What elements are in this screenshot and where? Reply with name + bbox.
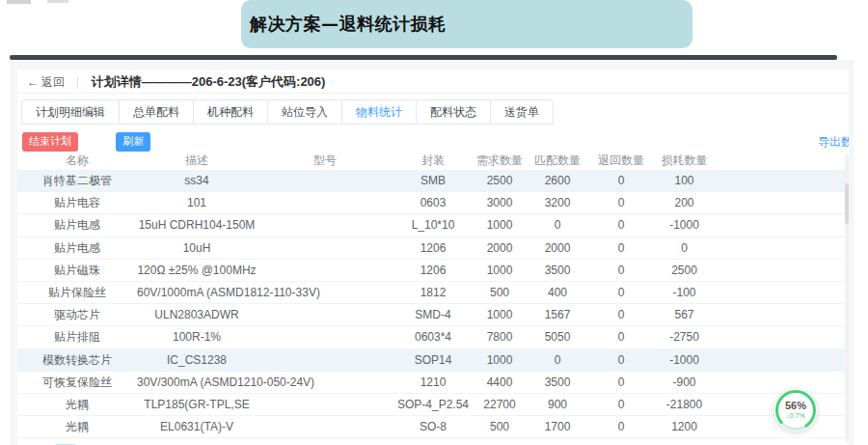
table-cell: SMD-4 xyxy=(393,304,473,325)
table-row[interactable]: 贴片磁珠120Ω ±25% @100MHz12061000350002500 xyxy=(17,260,849,282)
tab-1[interactable]: 总单配料 xyxy=(119,99,194,125)
refresh-button[interactable]: 刷新 xyxy=(116,132,150,152)
tab-6[interactable]: 送货单 xyxy=(490,99,554,125)
table-cell: 贴片电感 xyxy=(17,237,137,259)
tab-5[interactable]: 配料状态 xyxy=(416,99,491,125)
end-plan-button[interactable]: 结束计划 xyxy=(22,132,78,152)
table-cell: 100R-1% xyxy=(137,326,257,348)
table-row[interactable]: 贴片电容1010603300032000200 xyxy=(17,192,849,214)
table-cell: 500 xyxy=(473,416,527,437)
table-cell: 模数转换芯片 xyxy=(17,349,137,371)
table-cell xyxy=(257,282,393,303)
table-cell-filler xyxy=(715,349,849,371)
table-cell-filler xyxy=(715,326,849,348)
tab-4[interactable]: 物料统计 xyxy=(341,99,417,125)
table-cell: 22700 xyxy=(473,394,527,415)
table-cell: IC_CS1238 xyxy=(137,349,257,371)
page-header: ←返回 计划详情————206-6-23(客户代码:206) xyxy=(17,70,849,94)
table-row[interactable]: 贴片电感15uH CDRH104-150ML_10*10100000-1000 xyxy=(17,214,849,236)
back-button[interactable]: ←返回 xyxy=(27,75,65,89)
table-cell xyxy=(257,170,393,191)
table-cell xyxy=(257,416,393,437)
progress-badge[interactable]: 56% ↓0.7% xyxy=(774,389,817,431)
material-table: 名称描述型号封装需求数量匹配数量退回数量损耗数量 肖特基二极管ss34SMB25… xyxy=(17,153,849,445)
table-cell: 0 xyxy=(527,214,588,236)
table-cell: 1000 xyxy=(473,304,527,325)
slide-title-banner: 解决方案—退料统计损耗 xyxy=(241,0,692,48)
table-cell: 2000 xyxy=(473,237,527,259)
toolbar: 结束计划 刷新 导出数 xyxy=(22,131,849,151)
tab-2[interactable]: 机种配料 xyxy=(193,99,268,125)
table-cell: 15uH CDRH104-150M xyxy=(137,214,257,236)
table-cell: L_10*10 xyxy=(393,214,473,236)
table-cell: 10uH xyxy=(137,237,257,259)
table-row[interactable]: 可恢复保险丝30V/300mA (ASMD1210-050-24V)121044… xyxy=(17,372,849,394)
vertical-scrollbar[interactable] xyxy=(845,154,849,443)
tab-0[interactable]: 计划明细编辑 xyxy=(21,99,120,125)
content-card: ←返回 计划详情————206-6-23(客户代码:206) 计划明细编辑总单配… xyxy=(17,70,849,445)
decorative-mark xyxy=(7,0,31,4)
table-row[interactable]: 肖特基二极管ss34SMB250026000100 xyxy=(17,170,849,192)
table-cell: 0 xyxy=(654,237,715,259)
table-row[interactable]: 驱动芯片ULN2803ADWRSMD-4100015670567 xyxy=(17,304,849,326)
tab-3[interactable]: 站位导入 xyxy=(267,99,342,125)
table-cell: 0603 xyxy=(393,192,473,213)
table-cell: 1700 xyxy=(527,416,588,437)
table-cell: 1210 xyxy=(393,372,473,393)
table-cell: -1000 xyxy=(654,214,715,236)
table-cell: 驱动芯片 xyxy=(17,304,137,325)
table-cell: EL0631(TA)-V xyxy=(137,416,257,437)
table-cell: 500 xyxy=(473,282,527,303)
table-body: 肖特基二极管ss34SMB250026000100贴片电容10106033000… xyxy=(17,170,849,438)
table-row[interactable]: 贴片保险丝60V/1000mA (ASMD1812-110-33V)181250… xyxy=(17,282,849,304)
table-cell: 光耦 xyxy=(17,416,137,437)
table-cell xyxy=(257,260,393,281)
table-row[interactable]: 贴片排阻100R-1%0603*4780050500-2750 xyxy=(17,326,849,348)
table-cell: 2600 xyxy=(527,170,588,191)
table-cell xyxy=(257,192,393,213)
decorative-mark xyxy=(47,0,68,3)
table-cell-filler xyxy=(715,260,849,281)
export-link[interactable]: 导出数 xyxy=(818,134,849,151)
progress-ring-icon: 56% ↓0.7% xyxy=(775,390,816,431)
table-cell: 贴片磁珠 xyxy=(17,260,137,281)
column-header: 退回数量 xyxy=(588,153,654,168)
table-cell-filler xyxy=(715,372,849,393)
table-cell: 3000 xyxy=(473,192,527,213)
scrollbar-thumb[interactable] xyxy=(845,183,849,224)
back-label: 返回 xyxy=(41,75,65,89)
table-cell: 0 xyxy=(588,304,654,325)
table-cell: 可恢复保险丝 xyxy=(17,372,137,393)
app-window: ←返回 计划详情————206-6-23(客户代码:206) 计划明细编辑总单配… xyxy=(10,60,854,445)
table-cell xyxy=(257,349,393,371)
partial-next-row xyxy=(17,438,849,445)
table-cell: 1206 xyxy=(393,237,473,259)
back-arrow-icon: ← xyxy=(27,75,39,89)
table-header-row: 名称描述型号封装需求数量匹配数量退回数量损耗数量 xyxy=(17,153,849,168)
table-row[interactable]: 光耦EL0631(TA)-VSO-8500170001200 xyxy=(17,416,849,438)
table-cell: SOP14 xyxy=(393,349,473,371)
table-cell: 0 xyxy=(588,372,654,393)
table-cell: 101 xyxy=(137,192,257,213)
plan-title: 计划详情————206-6-23(客户代码:206) xyxy=(92,74,326,89)
table-cell: 0 xyxy=(527,349,588,371)
table-cell: 1000 xyxy=(473,214,527,236)
slide-background: 解决方案—退料统计损耗 ←返回 计划详情————206-6-23(客户代码:20… xyxy=(0,0,868,445)
table-row[interactable]: 模数转换芯片IC_CS1238SOP14100000-1000 xyxy=(17,349,849,372)
progress-delta: ↓0.7% xyxy=(786,412,804,420)
table-cell: 1567 xyxy=(527,304,588,325)
table-cell xyxy=(257,394,393,415)
table-cell: 2500 xyxy=(654,260,715,281)
table-cell: -100 xyxy=(654,282,715,303)
table-row[interactable]: 贴片电感10uH12062000200000 xyxy=(17,237,849,260)
table-cell: 0 xyxy=(588,214,654,236)
table-cell: 4400 xyxy=(473,372,527,393)
table-cell: SO-8 xyxy=(393,416,473,437)
table-row[interactable]: 光耦TLP185(GR-TPL,SESOP-4_P2.54227009000-2… xyxy=(17,394,849,416)
table-cell xyxy=(257,214,393,236)
table-cell: 60V/1000mA (ASMD1812-110-33V) xyxy=(137,282,257,303)
table-cell: 0 xyxy=(588,416,654,437)
progress-badge-inner: 56% ↓0.7% xyxy=(778,393,813,428)
table-cell: 7800 xyxy=(473,326,527,348)
table-cell: 贴片保险丝 xyxy=(17,282,137,303)
